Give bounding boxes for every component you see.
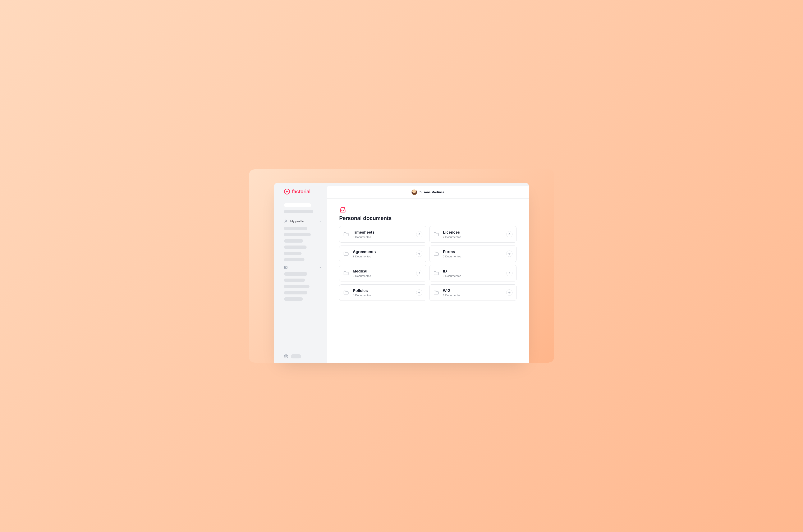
arrow-right-icon [418, 291, 421, 294]
nav-placeholder [284, 258, 304, 261]
folder-card[interactable]: Medical2 Documentos [339, 265, 426, 282]
folder-title: Licences [443, 230, 502, 235]
nav-placeholder [284, 233, 311, 236]
sidebar-item-my-profile[interactable]: My profile [284, 219, 322, 223]
folder-icon [433, 251, 439, 256]
folder-icon [343, 231, 349, 237]
open-folder-button[interactable] [416, 231, 422, 238]
contact-card-icon [284, 266, 288, 269]
folder-card[interactable]: Timesheets3 Documentos [339, 226, 426, 243]
nav-placeholder [284, 279, 305, 282]
folder-card-texts: Agreements8 Documentos [353, 249, 413, 258]
folder-card-texts: Licences2 Documentos [443, 230, 502, 239]
folder-card-texts: Forms2 Documentos [443, 249, 502, 258]
chevron-down-icon [319, 220, 322, 222]
folder-title: ID [443, 269, 502, 273]
app-window: factorial My profile [274, 183, 529, 363]
sidebar-footer [284, 354, 322, 358]
folder-subtitle: 0 Documentos [353, 293, 413, 297]
folder-subtitle: 2 Documentos [443, 235, 502, 239]
open-folder-button[interactable] [506, 270, 513, 276]
folder-subtitle: 3 Documentos [443, 274, 502, 278]
nav-placeholder [284, 291, 307, 294]
chevron-down-icon [319, 266, 322, 269]
folder-icon [433, 231, 439, 237]
nav-placeholder [284, 246, 307, 249]
arrow-right-icon [508, 291, 511, 294]
user-circle-icon [284, 354, 288, 358]
nav-placeholder [284, 239, 303, 243]
open-folder-button[interactable] [416, 250, 422, 257]
page-title: Personal documents [339, 215, 517, 222]
nav-placeholder [284, 272, 307, 276]
folder-card[interactable]: W-21 Documento [429, 284, 517, 301]
folder-card-texts: W-21 Documento [443, 288, 502, 297]
folder-icon [433, 270, 439, 276]
sidebar: factorial My profile [274, 183, 327, 363]
folder-card[interactable]: Licences2 Documentos [429, 226, 517, 243]
open-folder-button[interactable] [506, 289, 513, 296]
svg-rect-1 [284, 266, 287, 269]
nav-placeholder [284, 210, 313, 213]
nav-placeholder [284, 227, 307, 230]
folder-title: Timesheets [353, 230, 413, 235]
nav-placeholder [284, 203, 311, 207]
nav-placeholder [284, 285, 309, 288]
folder-grid: Timesheets3 DocumentosLicences2 Document… [339, 226, 517, 301]
folder-title: Policies [353, 288, 413, 293]
folder-subtitle: 3 Documentos [353, 235, 413, 239]
folder-card[interactable]: Forms2 Documentos [429, 246, 517, 262]
folder-icon [343, 290, 349, 296]
folder-subtitle: 2 Documentos [353, 274, 413, 278]
svg-point-2 [285, 267, 286, 268]
topbar: Susana Martínez [327, 186, 529, 199]
open-folder-button[interactable] [416, 289, 422, 296]
topbar-user-name: Susana Martínez [420, 190, 444, 194]
factorial-logo-icon [284, 189, 290, 194]
folder-card-texts: Medical2 Documentos [353, 269, 413, 278]
folder-title: Medical [353, 269, 413, 273]
folder-subtitle: 2 Documentos [443, 255, 502, 258]
folder-card[interactable]: Agreements8 Documentos [339, 246, 426, 262]
svg-point-4 [286, 356, 287, 357]
folder-card-texts: Timesheets3 Documentos [353, 230, 413, 239]
arrow-right-icon [418, 252, 421, 255]
folder-title: Forms [443, 249, 502, 254]
sidebar-section-documents[interactable] [284, 266, 322, 269]
folder-title: W-2 [443, 288, 502, 293]
folder-title: Agreements [353, 249, 413, 254]
folder-icon [343, 251, 349, 256]
folder-card[interactable]: Policies0 Documentos [339, 284, 426, 301]
folder-icon [433, 290, 439, 296]
person-icon [284, 219, 288, 223]
nav-placeholder [291, 354, 301, 358]
arrow-right-icon [418, 272, 421, 274]
open-folder-button[interactable] [416, 270, 422, 276]
folder-icon [343, 270, 349, 276]
open-folder-button[interactable] [506, 250, 513, 257]
arrow-right-icon [418, 233, 421, 236]
brand-logo[interactable]: factorial [284, 189, 322, 194]
nav-placeholder [284, 252, 302, 255]
brand-name: factorial [292, 189, 310, 194]
main-panel: Susana Martínez Personal documents Times… [327, 186, 529, 363]
content-area: Personal documents Timesheets3 Documento… [327, 199, 529, 305]
inbox-icon [339, 206, 346, 213]
open-folder-button[interactable] [506, 231, 513, 238]
folder-card-texts: Policies0 Documentos [353, 288, 413, 297]
arrow-right-icon [508, 252, 511, 255]
folder-subtitle: 1 Documento [443, 293, 502, 297]
svg-point-0 [285, 220, 286, 221]
arrow-right-icon [508, 233, 511, 236]
avatar[interactable] [412, 189, 417, 195]
folder-card-texts: ID3 Documentos [443, 269, 502, 278]
folder-subtitle: 8 Documentos [353, 255, 413, 258]
arrow-right-icon [508, 272, 511, 274]
sidebar-item-label: My profile [290, 220, 317, 223]
nav-placeholder [284, 297, 303, 301]
folder-card[interactable]: ID3 Documentos [429, 265, 517, 282]
page-background: factorial My profile [249, 169, 554, 363]
